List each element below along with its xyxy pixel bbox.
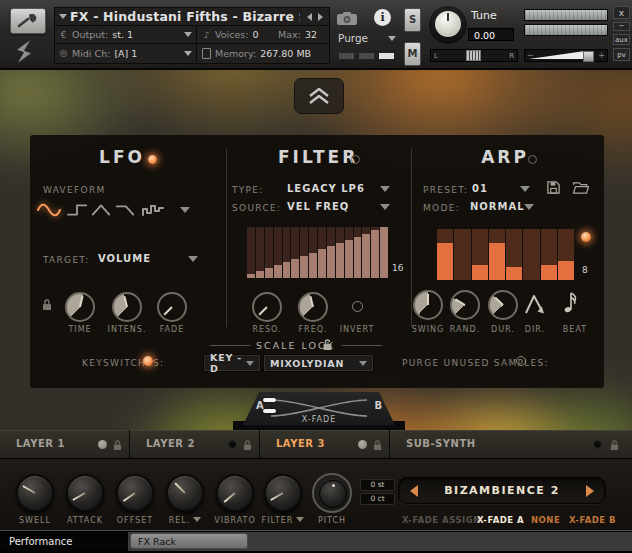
swell-knob[interactable]	[16, 474, 54, 512]
step-bar[interactable]	[256, 227, 264, 278]
instrument-menu-chevron-icon[interactable]	[59, 14, 67, 19]
waveform-saw-button[interactable]	[112, 201, 138, 219]
tab-sub-synth[interactable]: SUB-SYNTH	[390, 430, 632, 458]
waveform-square-button[interactable]	[64, 201, 90, 219]
filter-menu-chevron-icon[interactable]	[296, 517, 304, 522]
wrench-edit-button[interactable]	[10, 8, 46, 34]
arp-load-button[interactable]	[572, 181, 590, 194]
sample-prev-icon[interactable]	[410, 485, 418, 497]
arp-random-knob[interactable]	[450, 290, 480, 320]
step-bar[interactable]	[318, 227, 326, 278]
arp-save-button[interactable]	[546, 180, 561, 195]
waveform-triangle-button[interactable]	[88, 201, 114, 219]
filter-source-value[interactable]: VEL FREQ	[287, 201, 349, 212]
arp-duration-knob[interactable]	[488, 290, 518, 320]
step-bar[interactable]	[354, 227, 362, 278]
xfade-assign-b-option[interactable]: X-FADE B	[569, 515, 616, 525]
xfade-handle[interactable]	[263, 398, 276, 402]
pv-button[interactable]: pv	[613, 48, 630, 61]
filter-invert-button[interactable]	[352, 301, 363, 312]
output-selector[interactable]: € Output: st. 1	[59, 26, 197, 43]
midi-chevron-icon[interactable]	[184, 51, 192, 56]
filter-source-chevron-icon[interactable]	[380, 204, 390, 210]
purge-unused-button[interactable]	[516, 356, 526, 366]
layer-1-lock-button[interactable]	[113, 439, 122, 451]
step-bar[interactable]	[283, 227, 291, 278]
arp-preset-chevron-icon[interactable]	[520, 186, 530, 192]
sub-synth-lock-button[interactable]	[610, 439, 619, 451]
layer-1-led[interactable]	[98, 440, 107, 449]
sample-name[interactable]: BIZAMBIENCE 2	[418, 484, 586, 497]
collapse-panel-button[interactable]	[294, 78, 344, 114]
pitch-knob[interactable]	[312, 473, 352, 513]
lfo-enable-led[interactable]	[148, 155, 157, 164]
semitone-box[interactable]: 0 st	[360, 479, 395, 491]
volume-handle[interactable]	[583, 51, 594, 62]
layer-2-led[interactable]	[228, 440, 237, 449]
step-bar[interactable]	[454, 229, 470, 280]
sample-next-icon[interactable]	[586, 485, 594, 497]
cent-box[interactable]: 0 ct	[360, 493, 395, 505]
lfo-fade-knob[interactable]	[157, 292, 187, 322]
lfo-intensity-knob[interactable]	[112, 292, 142, 322]
step-bar[interactable]	[265, 227, 273, 278]
arp-enable-led[interactable]	[528, 155, 537, 164]
sub-synth-led[interactable]	[593, 440, 602, 449]
filter-steps-value[interactable]: 16	[392, 263, 403, 273]
lfo-time-knob[interactable]	[65, 292, 95, 322]
tab-layer-3[interactable]: LAYER 3	[260, 430, 389, 458]
attack-knob[interactable]	[66, 474, 104, 512]
prev-instrument-icon[interactable]	[307, 13, 312, 21]
waveform-random-button[interactable]	[140, 201, 166, 219]
close-button[interactable]: x	[613, 6, 630, 19]
arp-swing-knob[interactable]	[413, 290, 443, 320]
step-bar[interactable]	[380, 227, 388, 278]
filter-step-graph[interactable]	[247, 227, 388, 278]
arp-direction-button[interactable]	[522, 290, 548, 318]
purge-menu[interactable]: Purge	[338, 32, 396, 44]
arp-velocity-led[interactable]	[581, 232, 591, 242]
next-instrument-icon[interactable]	[318, 13, 323, 21]
minimize-button[interactable]: −	[613, 22, 630, 31]
step-bar[interactable]	[489, 229, 505, 280]
tune-value[interactable]: 0.00	[468, 28, 514, 41]
target-value[interactable]: VOLUME	[98, 253, 151, 264]
solo-button[interactable]: S	[404, 8, 421, 32]
vibrato-knob[interactable]	[216, 474, 254, 512]
release-knob[interactable]	[166, 474, 204, 512]
key-dropdown[interactable]: KEY - D	[203, 354, 261, 372]
step-bar[interactable]	[371, 227, 379, 278]
xfade-handle[interactable]	[263, 409, 276, 413]
waveform-menu-chevron-icon[interactable]	[180, 207, 190, 213]
tab-layer-1[interactable]: LAYER 1	[0, 430, 129, 458]
arp-preset-value[interactable]: 01	[472, 183, 488, 194]
tune-knob[interactable]	[429, 6, 467, 44]
step-bar[interactable]	[362, 227, 370, 278]
pan-handle[interactable]	[466, 50, 481, 61]
layer-3-lock-button[interactable]	[373, 439, 382, 451]
step-bar[interactable]	[247, 227, 255, 278]
fx-rack-button[interactable]: FX Rack	[130, 533, 248, 549]
xfade-slider[interactable]: A B X-FADE	[243, 392, 395, 425]
step-bar[interactable]	[336, 227, 344, 278]
step-bar[interactable]	[506, 229, 522, 280]
xfade-assign-none-option[interactable]: NONE	[531, 515, 560, 525]
step-bar[interactable]	[523, 229, 539, 280]
target-chevron-icon[interactable]	[188, 256, 198, 262]
step-bar[interactable]	[274, 227, 282, 278]
offset-knob[interactable]	[116, 474, 154, 512]
layer-3-led[interactable]	[358, 440, 367, 449]
filter-type-value[interactable]: LEGACY LP6	[287, 183, 365, 194]
filter-knob[interactable]	[264, 474, 302, 512]
xfade-assign-a-option[interactable]: X-FADE A	[477, 515, 524, 525]
step-bar[interactable]	[291, 227, 299, 278]
volume-slider[interactable]: − +	[524, 49, 608, 62]
step-bar[interactable]	[309, 227, 317, 278]
max-voices-value[interactable]: 32	[305, 29, 317, 40]
filter-type-chevron-icon[interactable]	[380, 186, 390, 192]
step-bar[interactable]	[541, 229, 557, 280]
filter-enable-led[interactable]	[351, 155, 360, 164]
output-chevron-icon[interactable]	[184, 32, 192, 37]
keyswitches-led[interactable]	[143, 356, 153, 366]
step-bar[interactable]	[300, 227, 308, 278]
